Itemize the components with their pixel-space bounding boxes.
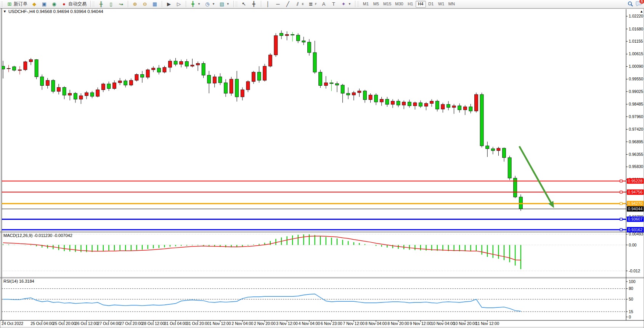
svg-text:0.93607: 0.93607 [628,217,642,221]
svg-text:0.99550: 0.99550 [629,77,643,81]
price-level-label: 0.93162 [627,227,644,232]
svg-text:27 Oct 20:00: 27 Oct 20:00 [120,321,143,326]
svg-text:25 Oct 04:00: 25 Oct 04:00 [31,321,53,326]
svg-text:1.00090: 1.00090 [629,64,643,69]
svg-text:1.00615: 1.00615 [629,51,643,56]
svg-text:0.98485: 0.98485 [629,102,643,106]
svg-text:8 Nov 04:00: 8 Nov 04:00 [365,321,387,326]
svg-text:0.99025: 0.99025 [629,89,643,94]
svg-text:80: 80 [629,286,633,291]
svg-text:2 Nov 20:00: 2 Nov 20:00 [254,321,276,326]
svg-text:0.94044: 0.94044 [628,206,642,211]
svg-text:0.94270: 0.94270 [628,201,642,206]
hline-handle [620,180,622,182]
svg-text:11 Nov 12:00: 11 Nov 12:00 [475,321,499,326]
svg-text:USDCHF-,H4 0.94568 0.94694 0.: USDCHF-,H4 0.94568 0.94694 0.93964 0.940… [8,9,103,14]
svg-text:50: 50 [629,297,633,301]
svg-text:1.01155: 1.01155 [629,39,643,43]
price-level-label: 0.94044 [627,206,644,211]
svg-text:1.02220: 1.02220 [629,14,643,18]
rsi-label: RSI(14) 16.3184 [3,279,34,283]
time-axis[interactable]: 24 Oct 202225 Oct 04:0025 Oct 20:0026 Oc… [2,320,499,326]
svg-text:10 Nov 20:00: 10 Nov 20:00 [453,321,477,326]
hline-handle [620,202,622,205]
macd-label: MACD(12,26,9) -0.011230 -0.007042 [3,233,72,238]
svg-text:0.97420: 0.97420 [629,127,643,131]
svg-text:25 Oct 20:00: 25 Oct 20:00 [53,321,76,326]
svg-text:9 Nov 12:00: 9 Nov 12:00 [410,321,432,326]
hline-handle [620,229,622,231]
symbol-dropdown-icon: ▼ [3,10,6,13]
svg-text:1.01680: 1.01680 [629,27,643,31]
price-level-label: 0.94270 [627,201,644,206]
svg-text:100: 100 [629,279,636,284]
svg-text:0.97960: 0.97960 [629,114,643,119]
svg-text:15: 15 [629,309,633,314]
svg-text:3 Nov 12:00: 3 Nov 12:00 [276,321,298,326]
svg-text:6 Nov 23:00: 6 Nov 23:00 [321,321,342,326]
svg-text:8 Nov 20:00: 8 Nov 20:00 [387,321,409,326]
svg-text:0.00: 0.00 [629,243,637,247]
svg-text:0.95228: 0.95228 [628,179,642,183]
svg-text:0.96355: 0.96355 [629,152,643,157]
svg-text:2 Nov 04:00: 2 Nov 04:00 [231,321,253,326]
svg-text:0.94756: 0.94756 [628,190,642,194]
svg-text:27 Oct 04:00: 27 Oct 04:00 [97,321,120,326]
svg-text:24 Oct 2022: 24 Oct 2022 [2,321,23,326]
svg-text:0.93162: 0.93162 [628,227,642,232]
chart-title: ▼USDCHF-,H4 0.94568 0.94694 0.93964 0.94… [3,9,103,14]
scroll-up-icon: ▲ [640,10,643,13]
svg-text:31 Oct 20:00: 31 Oct 20:00 [186,321,209,326]
svg-text:1 Nov 12:00: 1 Nov 12:00 [209,321,231,326]
svg-text:-0.012: -0.012 [629,269,640,273]
svg-text:0.96895: 0.96895 [629,139,643,144]
svg-text:0.004937: 0.004937 [629,232,644,236]
chart-canvas[interactable]: 1.022201.016801.011551.006151.000900.995… [0,0,644,328]
price-level-label: 0.95228 [627,178,644,184]
svg-text:10 Nov 04:00: 10 Nov 04:00 [431,321,455,326]
price-level-label: 0.93607 [627,216,644,222]
svg-text:31 Oct 04:00: 31 Oct 04:00 [164,321,187,326]
svg-text:0: 0 [629,315,631,319]
svg-text:28 Oct 12:00: 28 Oct 12:00 [142,321,165,326]
trading-platform-window: ⊞新订单◆▣◉●自动交易 ╫▯↝ ⊕⊖▦ ▶▷ ╋▼◷▼▧▼ ↖╋ │─╱⫽E≣… [0,0,644,328]
svg-text:0.95830: 0.95830 [629,164,643,169]
hline-handle [620,191,622,193]
price-level-label: 0.94756 [627,189,644,195]
hline-handle [620,218,622,220]
svg-text:7 Nov 12:00: 7 Nov 12:00 [343,321,365,326]
svg-text:26 Oct 12:00: 26 Oct 12:00 [75,321,98,326]
svg-text:4 Nov 04:00: 4 Nov 04:00 [299,321,320,326]
